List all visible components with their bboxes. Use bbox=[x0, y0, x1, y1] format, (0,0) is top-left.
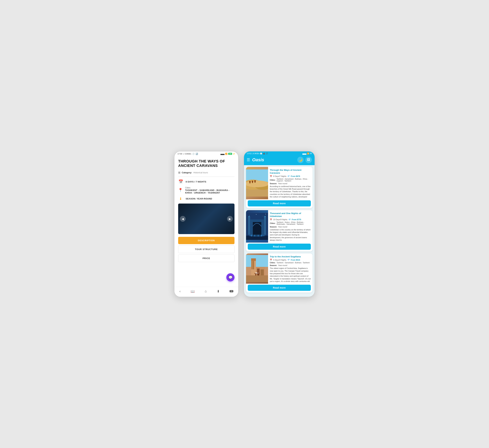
season-meta-3: Season: Year-round bbox=[270, 264, 311, 266]
svg-rect-51 bbox=[252, 261, 253, 269]
svg-rect-52 bbox=[253, 261, 254, 269]
gallery-button[interactable]: 🖼 bbox=[305, 157, 312, 163]
season-meta-2: Season: Year-round bbox=[270, 226, 311, 228]
tour-title-3: Trip to the Ancient Sogdiana bbox=[270, 255, 311, 258]
svg-rect-59 bbox=[258, 274, 259, 275]
season-label-3: Season: bbox=[270, 264, 277, 266]
prev-arrow[interactable]: ◀ bbox=[180, 216, 186, 222]
season-label-1: Season: bbox=[270, 183, 277, 184]
read-more-button-3[interactable]: Read more bbox=[248, 285, 311, 291]
sogdiana-svg bbox=[246, 255, 268, 282]
battery-right: 99 bbox=[310, 152, 312, 155]
clock-icon-right: 🕐 📹 🎵 bbox=[260, 152, 268, 155]
svg-rect-46 bbox=[261, 235, 262, 236]
svg-rect-48 bbox=[246, 255, 268, 267]
pages-badge: 16 bbox=[229, 290, 233, 292]
tour-structure-button[interactable]: TOUR STRUCTURE bbox=[178, 245, 235, 253]
season-2: Year-round bbox=[278, 226, 287, 228]
speed-value-left: 0.6KB/s bbox=[185, 153, 191, 155]
svg-rect-57 bbox=[254, 273, 260, 274]
cities-label: Cities: bbox=[185, 187, 235, 189]
tour-body-2: Thousand and One Nights of Uzbekistan 📅 … bbox=[268, 210, 313, 243]
speed-left: | bbox=[183, 153, 184, 155]
status-right-icons: ▄▄▄ 📶 99 bbox=[302, 152, 312, 155]
svg-point-34 bbox=[256, 214, 257, 215]
tour-card-top-2: Thousand and One Nights of Uzbekistan 📅 … bbox=[246, 210, 313, 243]
status-left-info: 17:59 | 0.6KB/s 🕐 🔄 bbox=[178, 153, 198, 155]
svg-rect-58 bbox=[255, 274, 256, 275]
clock-icon: 🕐 bbox=[192, 153, 195, 155]
cities-3: Tashkent - Samarkand - Bukhara - Tashken… bbox=[277, 262, 310, 264]
back-icon: ‹ bbox=[179, 289, 180, 293]
download-button[interactable]: ⬇ bbox=[215, 289, 221, 294]
header-right: 🌙 🖼 bbox=[297, 157, 312, 163]
cities-2: Tashkent - Nukus - Khiva - Bukhara - Sha… bbox=[277, 221, 311, 225]
diamond-icon-2: 💎 bbox=[288, 218, 291, 221]
image-bg bbox=[178, 204, 235, 234]
download-icon: ⬇ bbox=[217, 289, 220, 293]
read-more-button-2[interactable]: Read more bbox=[248, 244, 311, 250]
price-button[interactable]: PRICE bbox=[178, 255, 235, 262]
season-label-2: Season: bbox=[270, 226, 277, 228]
season-row: 🌡 SEASON: YEAR-ROUND bbox=[178, 196, 235, 201]
warm-image-content bbox=[246, 253, 268, 284]
svg-rect-40 bbox=[264, 217, 266, 235]
chat-fab-button[interactable]: 💬 bbox=[226, 273, 235, 282]
desc-3: The oldest region of Central Asia, Sogdi… bbox=[270, 267, 311, 283]
time-right: 13:52 bbox=[247, 152, 252, 155]
read-more-button-1[interactable]: Read more bbox=[248, 200, 311, 207]
cities-label-1: Cities: bbox=[270, 179, 276, 181]
gallery-icon: 🖼 bbox=[307, 158, 310, 162]
season-text: SEASON: YEAR-ROUND bbox=[186, 198, 212, 200]
menu-button[interactable]: ☰ bbox=[247, 158, 250, 162]
tour-body-3: Trip to the Ancient Sogdiana 📅 5 Days/4 … bbox=[268, 253, 313, 284]
time-left: 17:59 bbox=[178, 153, 182, 155]
svg-rect-44 bbox=[254, 235, 255, 236]
next-arrow[interactable]: ▶ bbox=[227, 216, 233, 222]
category-icon: ⊞ bbox=[178, 171, 180, 174]
tour-title-1: Through the Ways of Ancient Caravans bbox=[270, 169, 311, 174]
category-row: ⊞ Category: Historical tours bbox=[178, 171, 235, 177]
battery-left: 100 bbox=[228, 153, 232, 155]
calendar-icon: 📅 bbox=[178, 179, 183, 184]
cities-label-2: Cities: bbox=[270, 222, 276, 224]
speed-right: 9.9KB/s bbox=[253, 152, 260, 155]
bottom-nav-left: ‹ 📖 ⌂ ⬇ 16 bbox=[174, 287, 238, 297]
description-button[interactable]: DESCRIPTION bbox=[178, 237, 235, 244]
svg-rect-50 bbox=[251, 258, 256, 261]
svg-point-36 bbox=[265, 214, 266, 214]
cities-label-3: Cities: bbox=[270, 262, 276, 264]
svg-rect-56 bbox=[246, 275, 268, 282]
svg-point-29 bbox=[252, 181, 253, 182]
category-label: Category: bbox=[182, 171, 192, 174]
dark-mode-button[interactable]: 🌙 bbox=[297, 157, 304, 163]
status-bar-left: 17:59 | 0.6KB/s 🕐 🔄 ▄▄▄ 📶 100 ⚡ bbox=[174, 151, 238, 156]
blue-image-content bbox=[246, 210, 268, 243]
tour-image-2 bbox=[246, 210, 268, 243]
moon-icon: 🌙 bbox=[299, 158, 302, 162]
left-phone: 17:59 | 0.6KB/s 🕐 🔄 ▄▄▄ 📶 100 ⚡ THROUGH … bbox=[174, 151, 239, 297]
season-meta-1: Season: Year-round bbox=[270, 183, 311, 184]
cal-icon-3: 📅 bbox=[270, 259, 272, 261]
tours-list: Through the Ways of Ancient Caravans 📅 8… bbox=[244, 165, 315, 297]
status-bar-right: 13:52 | 9.9KB/s 🕐 📹 🎵 ▄▄▄ 📶 99 bbox=[244, 151, 315, 155]
days-row: 📅 8 DAYS / 7 NIGHTS bbox=[178, 179, 235, 184]
thermometer-icon: 🌡 bbox=[178, 196, 183, 201]
cities-text: TASHKENT - SAMARKAND - BUKHARA - KHIVA -… bbox=[185, 189, 235, 194]
desc-1: According to confirmed historical facts,… bbox=[270, 185, 311, 198]
desc-2: Uzbekistan is the country on the territo… bbox=[270, 229, 311, 241]
cal-icon-1: 📅 bbox=[270, 175, 272, 177]
book-icon: 📖 bbox=[191, 289, 195, 293]
price-1: From $676 bbox=[291, 175, 300, 177]
sync-icon: 🔄 bbox=[196, 153, 198, 155]
header-left: ☰ Oasis bbox=[247, 157, 264, 162]
bookmarks-button[interactable]: 📖 bbox=[189, 289, 196, 294]
app-header: ☰ Oasis 🌙 🖼 bbox=[244, 155, 315, 165]
price-2: From $775 bbox=[292, 218, 301, 221]
tour-image: ◀ ▶ bbox=[178, 204, 235, 234]
home-button[interactable]: ⌂ bbox=[203, 289, 209, 294]
tour-meta-2: 📅 10 Days/9 Nights 💎 From $775 bbox=[270, 218, 311, 221]
pages-button[interactable]: 16 bbox=[228, 290, 235, 293]
back-button[interactable]: ‹ bbox=[178, 289, 182, 294]
svg-point-33 bbox=[249, 215, 250, 216]
